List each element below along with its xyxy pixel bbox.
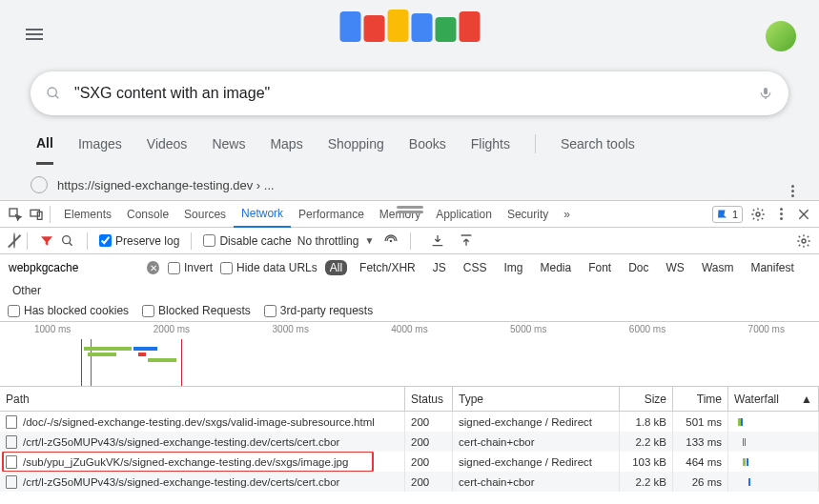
file-icon: [6, 455, 17, 469]
network-toolbar: Preserve log Disable cache No throttling…: [0, 228, 819, 254]
svg-point-3: [48, 88, 56, 96]
filter-input[interactable]: [9, 259, 147, 276]
search-requests-icon[interactable]: [60, 233, 75, 249]
tab-books[interactable]: Books: [409, 136, 446, 163]
clear-button[interactable]: [13, 233, 15, 248]
col-waterfall-header[interactable]: Waterfall▲: [728, 387, 819, 411]
svg-point-12: [63, 235, 71, 243]
tick-label: 5000 ms: [510, 324, 546, 334]
tab-news[interactable]: News: [212, 136, 245, 163]
hide-data-urls-checkbox[interactable]: Hide data URLs: [220, 261, 317, 274]
disable-cache-checkbox[interactable]: Disable cache: [203, 234, 291, 248]
request-size: 1.8 kB: [620, 412, 673, 432]
request-waterfall: [728, 452, 819, 472]
request-path: /crt/l-zG5oMUPv43/s/signed-exchange-test…: [23, 476, 339, 488]
request-status: 200: [405, 412, 453, 432]
table-row[interactable]: /doc/-/s/signed-exchange-testing.dev/sxg…: [0, 412, 819, 432]
svg-line-4: [55, 95, 58, 98]
result-favicon-icon: [31, 176, 48, 193]
request-type: cert-chain+cbor: [453, 432, 620, 452]
tab-videos[interactable]: Videos: [147, 136, 188, 163]
type-filter-css[interactable]: CSS: [459, 260, 492, 275]
clear-filter-icon[interactable]: ✕: [147, 261, 159, 274]
overview-chart: [0, 339, 819, 386]
search-input[interactable]: [74, 85, 745, 102]
request-status: 200: [405, 432, 453, 452]
table-row[interactable]: /crt/l-zG5oMUPv43/s/signed-exchange-test…: [0, 472, 819, 492]
table-row[interactable]: /crt/l-zG5oMUPv43/s/signed-exchange-test…: [0, 432, 819, 452]
type-filter-font[interactable]: Font: [584, 260, 616, 275]
col-path-header[interactable]: Path: [0, 387, 405, 411]
type-filter-other[interactable]: Other: [8, 283, 46, 298]
network-grid-rows: /doc/-/s/signed-exchange-testing.dev/sxg…: [0, 412, 819, 492]
type-filter-js[interactable]: JS: [428, 260, 451, 275]
file-icon: [6, 475, 17, 489]
result-url: https://signed-exchange-testing.dev › ..…: [57, 178, 275, 192]
network-settings-icon[interactable]: [796, 233, 811, 249]
request-path: /doc/-/s/signed-exchange-testing.dev/sxg…: [23, 416, 375, 428]
blocked-requests-checkbox[interactable]: Blocked Requests: [142, 304, 251, 317]
tick-label: 6000 ms: [629, 324, 665, 334]
type-filter-media[interactable]: Media: [535, 260, 576, 275]
devtools-drag-handle[interactable]: [0, 205, 819, 212]
sort-icon: ▲: [801, 393, 812, 406]
preserve-log-checkbox[interactable]: Preserve log: [99, 234, 179, 248]
col-type-header[interactable]: Type: [453, 387, 620, 411]
svg-point-9: [756, 212, 760, 216]
table-row[interactable]: /sub/ypu_jZuGukVK/s/signed-exchange-test…: [0, 452, 819, 472]
tab-images[interactable]: Images: [78, 136, 122, 163]
chevron-down-icon: ▼: [360, 235, 378, 246]
type-filter-fetch[interactable]: Fetch/XHR: [355, 260, 420, 275]
network-overview[interactable]: 1000 ms 2000 ms 3000 ms 4000 ms 5000 ms …: [0, 322, 819, 387]
request-time: 133 ms: [673, 432, 728, 452]
network-filter-row: ✕ Invert Hide data URLs All Fetch/XHR JS…: [0, 254, 819, 322]
search-result-url-row[interactable]: https://signed-exchange-testing.dev › ..…: [0, 165, 819, 205]
request-status: 200: [405, 452, 453, 472]
request-size: 2.2 kB: [620, 432, 673, 452]
request-waterfall: [728, 412, 819, 432]
col-size-header[interactable]: Size: [620, 387, 673, 411]
svg-rect-1: [26, 33, 43, 35]
network-conditions-icon[interactable]: [383, 233, 399, 249]
google-search-area: All Images Videos News Maps Shopping Boo…: [0, 0, 819, 200]
tick-label: 4000 ms: [391, 324, 427, 334]
tab-flights[interactable]: Flights: [471, 136, 510, 163]
tab-maps[interactable]: Maps: [270, 136, 302, 163]
tick-label: 2000 ms: [154, 324, 190, 334]
col-status-header[interactable]: Status: [405, 387, 453, 411]
export-har-icon[interactable]: [459, 233, 474, 249]
request-size: 103 kB: [620, 452, 673, 472]
filter-icon[interactable]: [39, 233, 54, 249]
google-menu-icon[interactable]: [23, 23, 46, 49]
request-path: /sub/ypu_jZuGukVK/s/signed-exchange-test…: [23, 456, 348, 468]
result-more-icon[interactable]: [791, 172, 794, 197]
request-time: 464 ms: [673, 452, 728, 472]
tab-shopping[interactable]: Shopping: [328, 136, 384, 163]
mic-icon[interactable]: [758, 86, 773, 101]
request-path: /crt/l-zG5oMUPv43/s/signed-exchange-test…: [23, 436, 339, 448]
tick-label: 7000 ms: [748, 324, 785, 334]
type-filter-manifest[interactable]: Manifest: [746, 260, 798, 275]
search-tools-button[interactable]: Search tools: [561, 136, 635, 163]
invert-checkbox[interactable]: Invert: [168, 261, 213, 274]
type-filter-ws[interactable]: WS: [662, 260, 689, 275]
file-icon: [6, 415, 17, 429]
third-party-checkbox[interactable]: 3rd-party requests: [264, 304, 373, 317]
col-time-header[interactable]: Time: [673, 387, 728, 411]
svg-rect-2: [26, 38, 43, 40]
filter-input-wrapper: ✕: [8, 258, 160, 277]
type-filter-img[interactable]: Img: [499, 260, 527, 275]
request-size: 2.2 kB: [620, 472, 673, 492]
tab-all[interactable]: All: [36, 135, 53, 165]
google-doodle-logo[interactable]: [339, 10, 480, 42]
type-filter-wasm[interactable]: Wasm: [697, 260, 739, 275]
profile-avatar[interactable]: [766, 21, 796, 51]
svg-rect-0: [26, 29, 43, 30]
blocked-cookies-checkbox[interactable]: Has blocked cookies: [8, 304, 129, 317]
request-type: cert-chain+cbor: [453, 472, 620, 492]
import-har-icon[interactable]: [430, 233, 445, 249]
type-filter-doc[interactable]: Doc: [624, 260, 653, 275]
svg-point-14: [391, 240, 392, 241]
throttling-dropdown[interactable]: No throttling▼: [297, 234, 379, 248]
type-filter-all[interactable]: All: [325, 260, 347, 275]
